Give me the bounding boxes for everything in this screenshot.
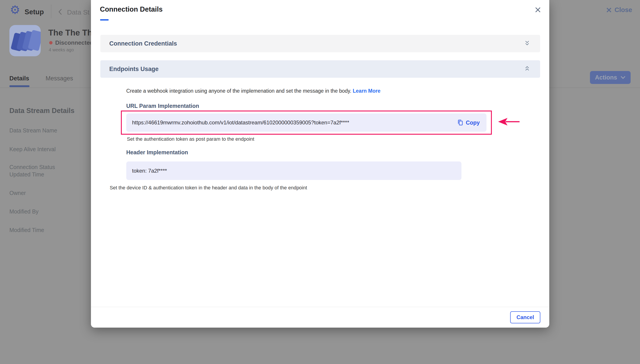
double-chevron-down-icon <box>524 40 530 47</box>
learn-more-link[interactable]: Learn More <box>353 88 381 94</box>
app-title: Setup <box>25 8 44 16</box>
modal-title: Connection Details <box>100 5 163 14</box>
breadcrumb[interactable]: Data St <box>67 8 89 16</box>
status-row: Disconnected <box>49 39 93 46</box>
accordion-connection-credentials[interactable]: Connection Credentials <box>100 35 540 52</box>
status-badge: Disconnected <box>55 39 93 46</box>
gear-icon: ⚙ <box>10 4 20 16</box>
annotation-arrow-icon <box>494 117 521 126</box>
status-updated-time: 4 weeks ago <box>49 47 74 52</box>
status-dot-icon <box>49 41 53 44</box>
tab-details[interactable]: Details <box>10 75 29 82</box>
field-label: Modified By <box>10 208 39 215</box>
field-label: Data Stream Name <box>10 127 57 134</box>
copy-url-button[interactable]: Copy <box>457 119 480 126</box>
chevron-down-icon <box>620 76 626 79</box>
topbar-divider <box>51 4 52 18</box>
modal-title-underline <box>100 19 109 20</box>
chevron-left-icon <box>57 8 64 16</box>
breadcrumb-back-button[interactable] <box>57 8 64 16</box>
datastream-title: The The Th <box>48 28 92 38</box>
page-close-label: Close <box>614 6 632 14</box>
tab-messages[interactable]: Messages <box>46 75 73 82</box>
url-value: https://46619mwrmv.zohoiothub.com/v1/iot… <box>132 120 349 126</box>
section-title: Data Stream Details <box>10 107 75 115</box>
header-impl-heading: Header Implementation <box>126 149 188 156</box>
cancel-button[interactable]: Cancel <box>510 311 540 323</box>
accordion-endpoints-usage[interactable]: Endpoints Usage <box>100 60 540 78</box>
device-icon <box>10 25 41 56</box>
field-label: Keep Alive Interval <box>10 146 56 153</box>
token-value: token: 7a2f**** <box>132 168 167 174</box>
endpoints-description: Create a webhook integration using anyon… <box>126 88 381 94</box>
field-label: Connection Status Updated Time <box>10 164 77 178</box>
page-close-button[interactable]: Close <box>606 6 632 14</box>
actions-button[interactable]: Actions <box>590 71 630 84</box>
accordion-label: Connection Credentials <box>109 40 177 47</box>
modal-close-button[interactable] <box>533 5 543 15</box>
actions-label: Actions <box>595 74 617 81</box>
field-label: Owner <box>10 189 26 197</box>
header-token-field: token: 7a2f**** <box>126 162 461 180</box>
header-impl-caption: Set the device ID & authentication token… <box>110 185 307 191</box>
close-icon <box>606 7 612 13</box>
url-param-caption: Set the authentication token as post par… <box>127 136 254 142</box>
accordion-label: Endpoints Usage <box>109 66 159 72</box>
description-text: Create a webhook integration using anyon… <box>126 88 351 94</box>
url-param-field: https://46619mwrmv.zohoiothub.com/v1/iot… <box>126 114 486 132</box>
double-chevron-up-icon <box>524 66 530 72</box>
close-icon <box>534 6 541 13</box>
copy-icon <box>457 119 463 126</box>
connection-details-modal: Connection Details Connection Credential… <box>91 0 549 328</box>
active-tab-underline <box>10 85 30 87</box>
copy-label: Copy <box>466 120 480 126</box>
url-param-heading: URL Param Implementation <box>126 103 199 109</box>
field-label: Modified Time <box>10 226 44 234</box>
modal-footer: Cancel <box>91 307 549 328</box>
stacked-cards-icon <box>10 25 41 56</box>
